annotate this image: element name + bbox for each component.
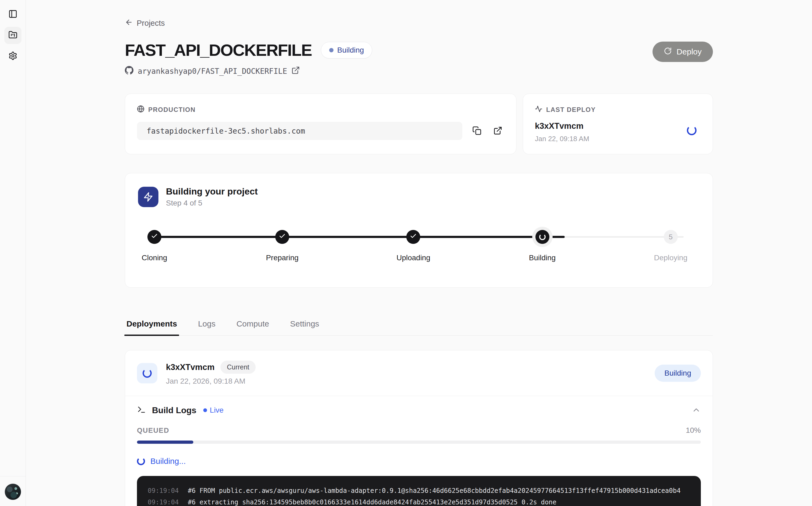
live-dot-icon xyxy=(203,408,207,412)
panel-left-icon xyxy=(8,9,17,20)
step-preparing: Preparing xyxy=(242,230,322,262)
external-link-icon xyxy=(493,126,502,136)
build-stage-label: QUEUED xyxy=(137,426,169,435)
projects-folder-icon xyxy=(8,30,17,40)
deployment-date: Jan 22, 2026, 09:18 AM xyxy=(166,377,255,386)
step-label: Uploading xyxy=(396,254,430,262)
step-uploading: Uploading xyxy=(373,230,453,262)
deployment-header: k3xXTvmcm Current Jan 22, 2026, 09:18 AM… xyxy=(125,350,713,396)
terminal-icon xyxy=(137,405,146,415)
repo-path: aryankashyap0/FAST_API_DOCKERFILE xyxy=(138,67,287,76)
copy-icon xyxy=(472,126,482,136)
globe-icon xyxy=(137,105,144,114)
deployment-card: k3xXTvmcm Current Jan 22, 2026, 09:18 AM… xyxy=(125,350,713,506)
live-badge: Live xyxy=(203,406,223,415)
log-timestamp: 09:19:04 xyxy=(148,497,179,506)
build-logs-section: Build Logs Live QUEUED 10% xyxy=(125,396,713,506)
project-status-badge: Building xyxy=(321,42,372,59)
activity-icon xyxy=(535,105,542,114)
step-deploying: 5 Deploying xyxy=(631,230,711,262)
deploy-button-label: Deploy xyxy=(677,47,702,56)
tab-bar: Deployments Logs Compute Settings xyxy=(125,315,713,336)
github-icon xyxy=(125,66,134,76)
building-status-label: Building... xyxy=(150,456,186,466)
step-label: Cloning xyxy=(142,254,167,262)
live-label: Live xyxy=(210,406,223,415)
zap-icon xyxy=(138,187,158,207)
last-deploy-label: LAST DEPLOY xyxy=(546,106,596,113)
copy-url-button[interactable] xyxy=(470,124,483,137)
deployment-spinner-icon xyxy=(137,363,157,384)
sidebar-toggle-button[interactable] xyxy=(4,6,21,23)
building-status-row: Building... xyxy=(137,456,701,466)
build-progress-card: Building your project Step 4 of 5 Clonin… xyxy=(125,173,713,287)
progress-fill xyxy=(137,440,193,444)
deployment-id: k3xXTvmcm xyxy=(166,362,215,372)
build-logs-title: Build Logs xyxy=(152,405,196,415)
redeploy-icon xyxy=(664,47,672,57)
project-title: FAST_API_DOCKERFILE xyxy=(125,40,312,60)
check-icon xyxy=(410,233,417,242)
last-deploy-date: Jan 22, 09:18 AM xyxy=(535,135,701,143)
user-avatar[interactable] xyxy=(5,484,21,500)
collapse-logs-button[interactable] xyxy=(692,405,701,415)
tab-settings[interactable]: Settings xyxy=(289,315,319,335)
build-log-terminal[interactable]: 09:19:04#6 FROM public.ecr.aws/awsguru/a… xyxy=(137,476,701,506)
log-timestamp: 09:19:04 xyxy=(148,485,179,497)
chevron-up-icon xyxy=(692,405,701,415)
build-steps: Cloning Preparing Uploading Building 5 D… xyxy=(143,230,694,270)
main-content: Projects FAST_API_DOCKERFILE Building ar… xyxy=(26,0,812,506)
tab-deployments[interactable]: Deployments xyxy=(126,315,177,335)
breadcrumb-back-projects[interactable]: Projects xyxy=(125,18,165,28)
step-label: Preparing xyxy=(266,254,298,262)
production-card: PRODUCTION fastapidockerfile-3ec5.shorla… xyxy=(125,94,516,154)
log-line: 09:19:04#6 extracting sha256:134595beb8b… xyxy=(148,497,690,506)
open-url-button[interactable] xyxy=(492,124,504,137)
spinner-icon xyxy=(137,457,145,465)
deploy-spinner-icon xyxy=(687,125,696,135)
last-deploy-card: LAST DEPLOY k3xXTvmcm Jan 22, 09:18 AM xyxy=(523,94,713,154)
build-progress-bar xyxy=(137,440,701,444)
breadcrumb-label: Projects xyxy=(137,19,165,28)
sidebar xyxy=(0,0,26,506)
tab-compute[interactable]: Compute xyxy=(236,315,270,335)
spinner-icon xyxy=(539,234,545,240)
log-text: #6 FROM public.ecr.aws/awsguru/aws-lambd… xyxy=(188,485,681,497)
last-deploy-id: k3xXTvmcm xyxy=(535,121,701,131)
build-progress-subtitle: Step 4 of 5 xyxy=(166,199,258,207)
status-badge-label: Building xyxy=(337,46,364,55)
log-text: #6 extracting sha256:134595beb8b0c016633… xyxy=(188,497,557,506)
production-url: fastapidockerfile-3ec5.shorlabs.com xyxy=(137,122,462,140)
step-building: Building xyxy=(502,230,583,262)
current-badge: Current xyxy=(220,360,255,374)
check-icon xyxy=(279,233,286,242)
tab-logs[interactable]: Logs xyxy=(197,315,216,335)
page-header: FAST_API_DOCKERFILE Building aryankashya… xyxy=(125,40,713,76)
production-label: PRODUCTION xyxy=(148,106,196,113)
build-progress-title: Building your project xyxy=(166,186,258,197)
check-icon xyxy=(151,233,158,242)
sidebar-footer xyxy=(0,476,25,500)
log-line: 09:19:04#6 FROM public.ecr.aws/awsguru/a… xyxy=(148,485,690,497)
arrow-left-icon xyxy=(125,18,133,28)
sidebar-item-settings[interactable] xyxy=(4,48,21,65)
settings-gear-icon xyxy=(8,51,17,62)
step-label: Deploying xyxy=(654,254,687,262)
repo-link[interactable]: aryankashyap0/FAST_API_DOCKERFILE xyxy=(125,66,372,76)
sidebar-item-projects[interactable] xyxy=(4,27,21,44)
deploy-button[interactable]: Deploy xyxy=(653,41,713,62)
step-cloning: Cloning xyxy=(114,230,195,262)
step-number: 5 xyxy=(669,233,673,241)
status-dot-icon xyxy=(329,48,334,52)
step-label: Building xyxy=(529,254,556,262)
external-link-icon xyxy=(291,66,300,76)
build-progress-percent: 10% xyxy=(686,426,701,435)
deployment-status-badge: Building xyxy=(655,365,701,382)
